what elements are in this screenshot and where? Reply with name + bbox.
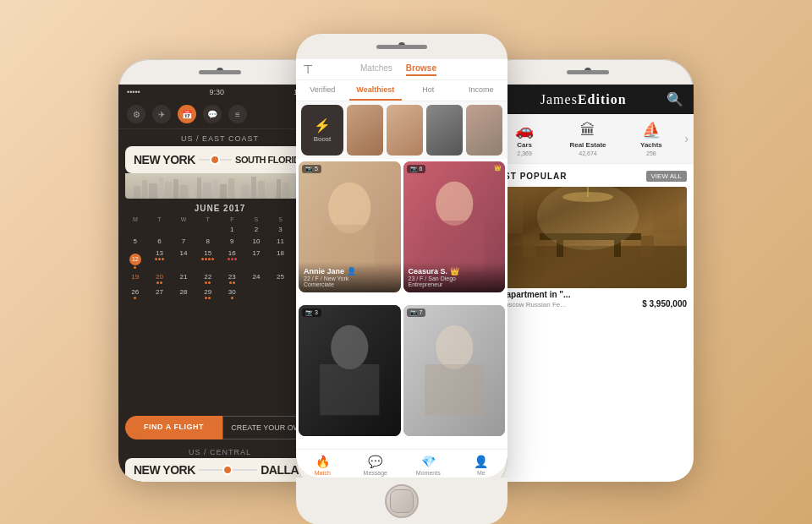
nav-message[interactable]: 💬 Message xyxy=(349,455,403,476)
tab-matches[interactable]: Matches xyxy=(360,63,392,76)
cal-21[interactable]: 21 xyxy=(172,271,195,286)
cal-23[interactable]: 23 xyxy=(221,271,244,286)
crown-badge-2: 👑 xyxy=(494,165,502,172)
category-realestate[interactable]: 🏛 Real Estate 42,674 xyxy=(558,122,618,156)
flight-nav-icons: ⚙ ✈ 📅 💬 ≡ xyxy=(118,100,321,129)
me-icon: 👤 xyxy=(474,455,488,468)
cal-12[interactable]: 12 xyxy=(123,248,147,270)
svg-rect-12 xyxy=(228,178,234,199)
profile-info-2: 23 / F / San Diego xyxy=(409,276,501,281)
profile-card-4[interactable]: 📷 7 xyxy=(403,305,506,436)
profile-card-1[interactable]: 📷 5 Annie Jane 👤 22 / F / New York Comer… xyxy=(299,161,401,292)
cal-11[interactable]: 11 xyxy=(269,236,293,247)
cal-13[interactable]: 13 xyxy=(148,248,172,270)
nav-me[interactable]: 👤 Me xyxy=(455,455,508,476)
cal-17[interactable]: 17 xyxy=(244,248,268,270)
nav-moments[interactable]: 💎 Moments xyxy=(402,455,455,476)
left-phone-top xyxy=(118,59,321,85)
cal-22[interactable]: 22 xyxy=(196,271,220,286)
cal-30[interactable]: 30 xyxy=(221,287,244,301)
cal-5[interactable]: 5 xyxy=(123,236,147,247)
speaker-left xyxy=(199,70,241,74)
svg-rect-45 xyxy=(653,191,678,233)
cal-26[interactable]: 26 xyxy=(123,287,147,301)
cal-27[interactable]: 27 xyxy=(148,287,172,301)
svg-rect-19 xyxy=(283,183,288,199)
boost-button[interactable]: ⚡ Boost xyxy=(301,105,343,156)
tab-browse[interactable]: Browse xyxy=(406,63,436,76)
cars-icon: 🚗 xyxy=(515,121,534,139)
menu-icon[interactable]: ≡ xyxy=(228,105,247,123)
james-categories: ‹ 🚗 Cars 2,369 🏛 Real Estate 42,674 ⛵ Ya… xyxy=(482,114,694,164)
svg-rect-4 xyxy=(165,182,172,199)
search-icon[interactable]: 🔍 xyxy=(667,91,683,107)
signal-indicator: ••••• xyxy=(127,88,140,96)
cal-16[interactable]: 16 xyxy=(221,248,244,270)
city-from2: NEW YORK xyxy=(134,463,195,477)
cal-29[interactable]: 29 xyxy=(196,287,220,301)
settings-icon[interactable]: ⚙ xyxy=(127,105,145,123)
yachts-icon: ⛵ xyxy=(642,121,661,139)
thumb-profile-3[interactable] xyxy=(426,105,463,156)
yachts-count: 258 xyxy=(646,150,656,156)
james-logo: JamesEdition xyxy=(540,92,627,107)
profile-info-1: 22 / F / New York xyxy=(304,276,396,281)
filter-icon[interactable]: ⊤ xyxy=(303,63,313,76)
cal-15[interactable]: 15 xyxy=(196,248,220,270)
cal-2[interactable]: 2 xyxy=(244,224,268,235)
profile-card-2[interactable]: 📷 6 👑 Ceasura S. 👑 23 / F / San Diego En… xyxy=(403,161,506,292)
cal-9[interactable]: 9 xyxy=(221,236,244,247)
filter-income[interactable]: Income xyxy=(455,80,508,101)
nav-message-label: Message xyxy=(364,470,387,476)
card-overlay-1: Annie Jane 👤 22 / F / New York Comerciat… xyxy=(299,262,401,292)
cal-3[interactable]: 3 xyxy=(269,224,293,235)
message-icon: 💬 xyxy=(368,455,382,468)
cal-19[interactable]: 19 xyxy=(123,271,147,286)
cal-6[interactable]: 6 xyxy=(148,236,172,247)
cal-8[interactable]: 8 xyxy=(196,236,220,247)
day-m: M xyxy=(123,216,147,222)
yachts-label: Yachts xyxy=(640,141,662,149)
listing-image[interactable] xyxy=(489,187,687,288)
view-all-button[interactable]: VIEW ALL xyxy=(646,171,687,182)
listing-info-row: The apartment in "... 🇷🇺 Moscow Russian … xyxy=(489,290,687,308)
category-yachts[interactable]: ⛵ Yachts 258 xyxy=(621,121,681,156)
cal-28[interactable]: 28 xyxy=(172,287,195,301)
cal-empty8 xyxy=(244,287,268,301)
compass-icon[interactable]: ✈ xyxy=(152,105,171,123)
right-arrow-icon[interactable]: › xyxy=(684,132,689,145)
day-t: T xyxy=(148,216,172,222)
chat-icon[interactable]: 💬 xyxy=(203,105,222,123)
filter-hot[interactable]: Hot xyxy=(402,80,455,101)
route-dot2 xyxy=(222,465,233,475)
filter-verified[interactable]: Verified xyxy=(296,80,349,101)
calendar-icon[interactable]: 📅 xyxy=(178,105,196,123)
svg-rect-11 xyxy=(220,184,227,199)
cal-10[interactable]: 10 xyxy=(244,236,268,247)
thumb-profile-2[interactable] xyxy=(387,105,423,156)
cal-14[interactable]: 14 xyxy=(172,248,195,270)
route-dot xyxy=(210,155,220,165)
svg-rect-1 xyxy=(142,180,147,199)
photo-count-4: 📷 7 xyxy=(407,308,426,317)
route-line2 xyxy=(199,469,257,471)
route-line xyxy=(199,159,232,161)
cars-label: Cars xyxy=(517,141,532,149)
svg-point-30 xyxy=(331,325,368,369)
cal-24[interactable]: 24 xyxy=(244,271,268,286)
thumb-profile-4[interactable] xyxy=(466,105,502,156)
thumb-profile-1[interactable] xyxy=(347,105,383,156)
day-t2: T xyxy=(196,216,220,222)
svg-rect-14 xyxy=(242,185,250,199)
home-button-mid[interactable] xyxy=(385,484,419,518)
cal-25[interactable]: 25 xyxy=(269,271,293,286)
cal-1[interactable]: 1 xyxy=(221,224,244,235)
cal-20[interactable]: 20 xyxy=(148,271,172,286)
cal-18[interactable]: 18 xyxy=(269,248,293,270)
logo-edition: Edition xyxy=(578,92,627,106)
cal-7[interactable]: 7 xyxy=(172,236,195,247)
nav-match[interactable]: 🔥 Match xyxy=(296,455,349,476)
profile-card-3[interactable]: 📷 3 xyxy=(299,305,401,436)
find-flight-button[interactable]: FIND A FLIGHT xyxy=(125,416,222,439)
filter-wealthiest[interactable]: Wealthiest xyxy=(349,80,403,101)
